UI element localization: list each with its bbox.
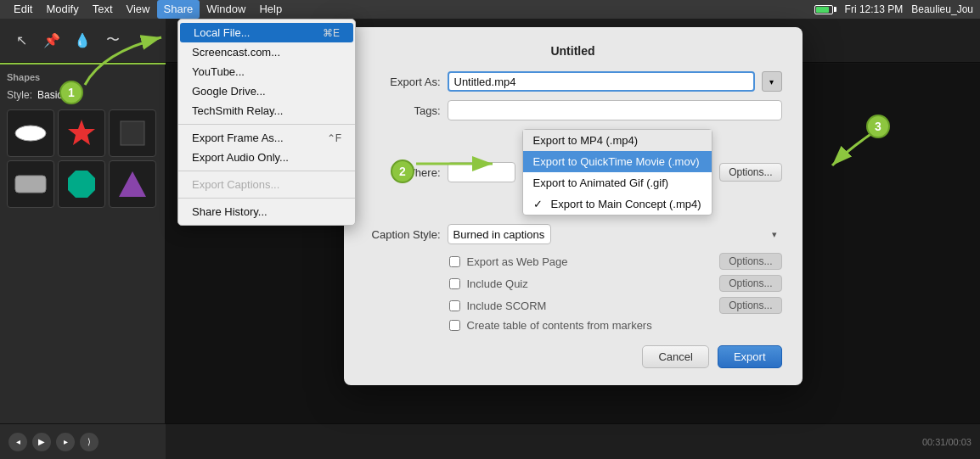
export-as-row: Export As: ▾ [364, 71, 782, 92]
format-popup-item-mov[interactable]: Export to QuickTime Movie (.mov) [523, 151, 712, 172]
menu-item-export-frame[interactable]: Export Frame As... ⌃F [178, 128, 355, 148]
annotation-circle-2: 2 [391, 160, 414, 183]
where-row: Where: Export to MP4 (.mp4) Export to Qu… [364, 129, 782, 216]
style-value: Basic [37, 89, 62, 101]
export-button[interactable]: Export [718, 345, 782, 368]
tags-row: Tags: [364, 100, 782, 120]
export-dialog: Untitled Export As: ▾ Tags: Where: Expor… [344, 27, 803, 385]
menu-item-local-file[interactable]: Local File... ⌘E [180, 23, 353, 42]
svg-point-0 [15, 126, 46, 141]
tl-btn-prev[interactable]: ◂ [8, 433, 27, 451]
export-web-page-checkbox[interactable] [449, 256, 460, 267]
dialog-footer: Cancel Export [364, 345, 782, 368]
menu-share[interactable]: Share [157, 0, 200, 19]
format-popup-item-gif[interactable]: Export to Animated Gif (.gif) [523, 172, 712, 193]
format-popup-item-mp4-top[interactable]: Export to MP4 (.mp4) [523, 130, 712, 151]
user-display: Beaulieu_Jou [911, 3, 973, 15]
menu-edit[interactable]: Edit [7, 0, 39, 19]
shape-triangle[interactable] [109, 160, 156, 208]
options-btn-1[interactable]: Options... [719, 163, 781, 182]
include-quiz-label: Include Quiz [467, 277, 528, 290]
tl-btn-next[interactable]: ▸ [56, 433, 75, 451]
menu-view[interactable]: View [120, 0, 157, 19]
cancel-button[interactable]: Cancel [642, 345, 708, 368]
menubar-right: Fri 12:13 PM Beaulieu_Jou [814, 3, 973, 15]
menu-item-google-drive[interactable]: Google Drive... [178, 81, 355, 101]
timeline-controls: ◂ ▶ ▸ ⟩ [8, 433, 99, 451]
options-btn-scorm: Options... [719, 297, 781, 314]
style-label: Style: [7, 89, 32, 101]
menu-item-techsmith-relay[interactable]: TechSmith Relay... [178, 101, 355, 120]
shape-star[interactable] [58, 109, 105, 157]
menu-text[interactable]: Text [86, 0, 120, 19]
export-web-page-row: Export as Web Page Options... [364, 253, 782, 270]
menu-item-screencast[interactable]: Screencast.com... [178, 42, 355, 62]
caption-style-select-wrap: Burned in captions [448, 224, 782, 244]
format-popup: Export to MP4 (.mp4) Export to QuickTime… [522, 129, 713, 216]
menu-item-export-captions: Export Captions... [178, 175, 355, 194]
toolbar-icon-pin[interactable]: 📌 [39, 28, 65, 53]
sidebar: Shapes Style: Basic [0, 64, 166, 423]
where-input[interactable] [448, 162, 515, 182]
menu-item-local-file-shortcut: ⌘E [323, 27, 340, 39]
options-btn-quiz: Options... [719, 275, 781, 292]
export-as-label: Export As: [364, 76, 441, 88]
format-popup-item-main-concept[interactable]: Export to Main Concept (.mp4) [523, 193, 712, 215]
dialog-title: Untitled [364, 44, 782, 58]
create-toc-label: Create table of contents from markers [467, 319, 652, 332]
tags-label: Tags: [364, 104, 441, 117]
svg-rect-3 [15, 176, 46, 193]
shape-oval[interactable] [7, 109, 54, 157]
include-quiz-checkbox[interactable] [449, 278, 460, 289]
green-accent [0, 63, 166, 64]
svg-marker-1 [68, 120, 95, 145]
separator-2 [178, 171, 355, 171]
menu-item-export-audio[interactable]: Export Audio Only... [178, 148, 355, 167]
options-btn-web: Options... [719, 253, 781, 270]
shape-rounded-rect[interactable] [7, 160, 54, 208]
menu-help[interactable]: Help [252, 0, 289, 19]
share-dropdown-menu: Local File... ⌘E Screencast.com... YouTu… [177, 19, 356, 226]
separator-3 [178, 198, 355, 199]
annotation-circle-3: 3 [866, 115, 890, 138]
tags-input[interactable] [448, 100, 782, 120]
battery-icon [814, 5, 836, 14]
create-toc-row: Create table of contents from markers [364, 319, 782, 332]
time-display: Fri 12:13 PM [845, 3, 904, 15]
sidebar-title: Shapes [7, 72, 158, 82]
svg-marker-5 [119, 171, 146, 197]
create-toc-checkbox[interactable] [449, 320, 460, 331]
menu-item-local-file-label: Local File... [194, 26, 250, 39]
export-web-page-label: Export as Web Page [467, 255, 568, 268]
caption-style-select[interactable]: Burned in captions [448, 224, 551, 244]
menu-item-youtube[interactable]: YouTube... [178, 62, 355, 81]
toolbar-icon-cursor[interactable]: ↖ [8, 28, 34, 53]
toolbar-icon-drop[interactable]: 💧 [70, 28, 95, 53]
shape-octagon[interactable] [58, 160, 105, 208]
svg-rect-2 [121, 121, 144, 145]
menu-item-share-history[interactable]: Share History... [178, 202, 355, 221]
export-as-dropdown-btn[interactable]: ▾ [762, 71, 782, 92]
include-quiz-row: Include Quiz Options... [364, 275, 782, 292]
menu-modify[interactable]: Modify [39, 0, 85, 19]
caption-style-row: Caption Style: Burned in captions [364, 224, 782, 244]
tl-btn-play[interactable]: ▶ [32, 433, 51, 451]
tl-btn-skip[interactable]: ⟩ [80, 433, 99, 451]
separator-1 [178, 124, 355, 125]
export-as-input[interactable] [448, 71, 755, 92]
shapes-grid [7, 109, 158, 208]
include-scorm-row: Include SCORM Options... [364, 297, 782, 314]
menu-window[interactable]: Window [200, 0, 252, 19]
include-scorm-label: Include SCORM [467, 299, 547, 312]
annotation-circle-1: 1 [59, 81, 83, 104]
caption-style-label: Caption Style: [364, 228, 441, 241]
menubar: Edit Modify Text View Share Window Help … [0, 0, 980, 19]
shape-square[interactable] [109, 109, 156, 157]
include-scorm-checkbox[interactable] [449, 300, 460, 311]
svg-marker-4 [68, 171, 95, 198]
toolbar-icon-wave[interactable]: 〜 [100, 28, 126, 53]
